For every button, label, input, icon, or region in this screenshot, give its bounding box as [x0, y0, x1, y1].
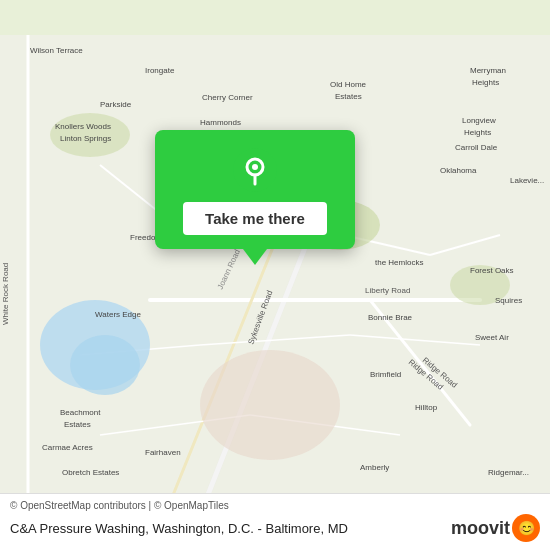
- bottom-bar: © OpenStreetMap contributors | © OpenMap…: [0, 493, 550, 550]
- take-me-there-button[interactable]: Take me there: [183, 202, 327, 235]
- svg-text:Wilson Terrace: Wilson Terrace: [30, 46, 83, 55]
- svg-text:Fairhaven: Fairhaven: [145, 448, 181, 457]
- svg-text:Linton Springs: Linton Springs: [60, 134, 111, 143]
- svg-text:Cherry Corner: Cherry Corner: [202, 93, 253, 102]
- svg-text:Old Home: Old Home: [330, 80, 367, 89]
- svg-text:Forest Oaks: Forest Oaks: [470, 266, 514, 275]
- svg-text:Carroll Dale: Carroll Dale: [455, 143, 498, 152]
- moovit-icon: 😊: [512, 514, 540, 542]
- attribution-text: © OpenStreetMap contributors | © OpenMap…: [10, 500, 540, 511]
- svg-text:the Hemlocks: the Hemlocks: [375, 258, 423, 267]
- svg-text:Brimfield: Brimfield: [370, 370, 401, 379]
- svg-text:Merryman: Merryman: [470, 66, 506, 75]
- svg-text:Beachmont: Beachmont: [60, 408, 101, 417]
- svg-text:Estates: Estates: [64, 420, 91, 429]
- svg-text:Ridgemar...: Ridgemar...: [488, 468, 529, 477]
- svg-text:Hilltop: Hilltop: [415, 403, 438, 412]
- svg-text:Parkside: Parkside: [100, 100, 132, 109]
- svg-point-64: [252, 164, 258, 170]
- map-svg: White Rock Road Sykesville Road Liberty …: [0, 0, 550, 550]
- svg-text:Carmae Acres: Carmae Acres: [42, 443, 93, 452]
- svg-text:Heights: Heights: [472, 78, 499, 87]
- svg-text:Squires: Squires: [495, 296, 522, 305]
- svg-text:Irongate: Irongate: [145, 66, 175, 75]
- svg-text:Hammonds: Hammonds: [200, 118, 241, 127]
- place-label: C&A Pressure Washing, Washington, D.C. -…: [10, 521, 451, 536]
- svg-text:Oklahoma: Oklahoma: [440, 166, 477, 175]
- moovit-text: moovit: [451, 518, 510, 539]
- svg-text:Lakevie...: Lakevie...: [510, 176, 544, 185]
- svg-text:Obretch Estates: Obretch Estates: [62, 468, 119, 477]
- svg-point-21: [200, 350, 340, 460]
- popup-card: Take me there: [155, 130, 355, 249]
- svg-text:Heights: Heights: [464, 128, 491, 137]
- svg-text:Longview: Longview: [462, 116, 496, 125]
- moovit-logo: moovit 😊: [451, 514, 540, 542]
- location-pin-icon: [233, 148, 277, 192]
- svg-text:Amberly: Amberly: [360, 463, 389, 472]
- svg-text:Bonnie Brae: Bonnie Brae: [368, 313, 413, 322]
- svg-text:Knollers Woods: Knollers Woods: [55, 122, 111, 131]
- svg-text:Waters Edge: Waters Edge: [95, 310, 141, 319]
- svg-text:White Rock Road: White Rock Road: [1, 263, 10, 325]
- svg-text:Estates: Estates: [335, 92, 362, 101]
- map-container: White Rock Road Sykesville Road Liberty …: [0, 0, 550, 550]
- svg-text:Sweet Air: Sweet Air: [475, 333, 509, 342]
- svg-point-17: [70, 335, 140, 395]
- svg-text:Liberty Road: Liberty Road: [365, 286, 410, 295]
